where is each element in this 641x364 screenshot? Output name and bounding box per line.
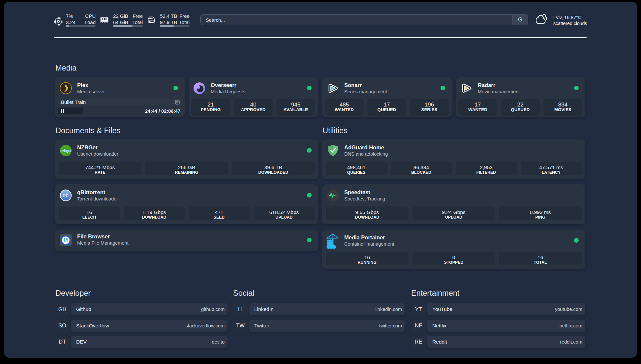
svg-text:qb: qb bbox=[63, 193, 69, 198]
svg-text:nzbget: nzbget bbox=[60, 149, 72, 153]
